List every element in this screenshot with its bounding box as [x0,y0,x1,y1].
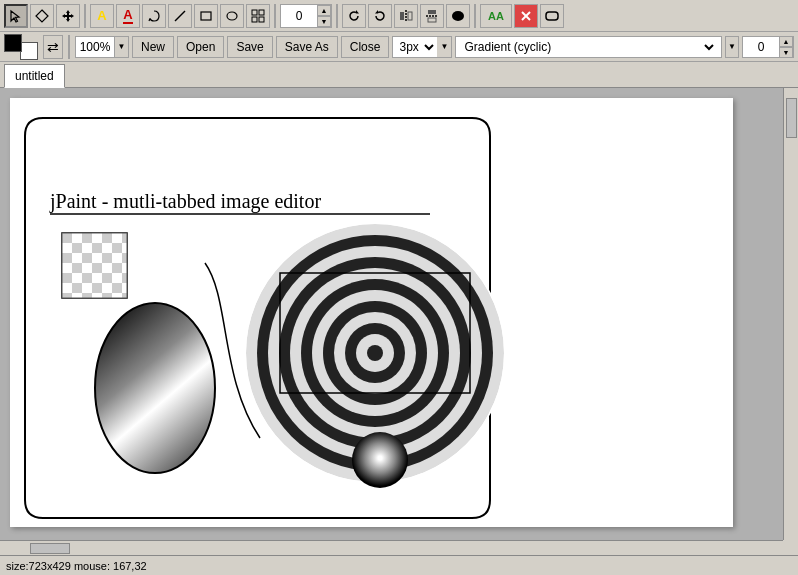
tab-label: untitled [15,69,54,83]
zoom-input[interactable]: 100% [76,37,114,57]
antialiasing-btn[interactable]: AA [480,4,512,28]
sep5 [68,35,70,59]
angle2-up-btn[interactable]: ▲ [779,36,793,47]
save-btn[interactable]: Save [227,36,272,58]
svg-marker-2 [62,10,74,22]
paint-canvas[interactable] [10,98,733,527]
stamp-tool-btn[interactable] [246,4,270,28]
svg-rect-7 [252,10,257,15]
tabs-bar: untitled [0,62,798,88]
svg-rect-8 [259,10,264,15]
swap-colors-btn[interactable]: ⇄ [43,35,63,59]
fg-color-box[interactable] [4,34,22,52]
svg-point-6 [227,12,237,20]
gradient-select[interactable]: Gradient (linear) Gradient (cyclic) Grad… [460,37,717,57]
svg-marker-0 [11,11,19,22]
hscrollbar[interactable] [0,540,783,555]
sep1 [84,4,86,28]
ellipse-tool-btn[interactable] [220,4,244,28]
close-btn[interactable]: Close [341,36,390,58]
rect-tool-btn[interactable] [194,4,218,28]
svg-marker-1 [36,10,48,22]
sep3 [336,4,338,28]
statusbar: size:723x429 mouse: 167,32 [0,555,798,575]
lasso-tool-btn[interactable] [142,4,166,28]
svg-marker-11 [356,10,359,14]
svg-rect-10 [259,17,264,22]
svg-rect-22 [546,12,558,20]
sep4 [474,4,476,28]
status-text: size:723x429 mouse: 167,32 [6,560,147,572]
angle-spinner[interactable]: 0 ▲ ▼ [280,4,332,28]
brush-size-select[interactable]: 1px 2px 3px 4px 5px [393,37,437,57]
move-tool-btn[interactable] [56,4,80,28]
flip-v-btn[interactable] [420,4,444,28]
highlight-tool-btn[interactable]: A [90,4,114,28]
svg-rect-13 [400,12,404,20]
new-btn[interactable]: New [132,36,174,58]
rounded-rect-btn[interactable] [540,4,564,28]
sep2 [274,4,276,28]
gradient-dropdown-btn[interactable]: ▼ [725,36,739,58]
svg-rect-5 [201,12,211,20]
angle2-down-btn[interactable]: ▼ [779,47,793,58]
svg-rect-16 [428,10,436,14]
diamond-tool-btn[interactable] [30,4,54,28]
angle-down-btn[interactable]: ▼ [317,16,331,27]
canvas-wrapper [10,98,733,527]
fill-circle-btn[interactable] [446,4,470,28]
brush-size-container: 1px 2px 3px 4px 5px ▼ [392,36,452,58]
vscroll-thumb[interactable] [786,98,797,138]
svg-marker-12 [375,10,378,14]
zoom-container: 100% ▼ [75,36,129,58]
angle-container2: 0 ▲ ▼ [742,36,794,58]
angle-input[interactable]: 0 [281,5,317,27]
save-as-btn[interactable]: Save As [276,36,338,58]
canvas-area[interactable] [0,88,798,555]
scroll-corner [783,540,798,555]
toolbar-file: ⇄ 100% ▼ New Open Save Save As Close 1px… [0,32,798,62]
angle-input2[interactable]: 0 [743,37,779,57]
svg-rect-9 [252,17,257,22]
flip-h-btn[interactable] [394,4,418,28]
bg-color-box[interactable] [20,42,38,60]
select-tool-btn[interactable] [4,4,28,28]
zoom-dropdown-btn[interactable]: ▼ [114,37,128,57]
svg-point-19 [452,11,464,21]
hscroll-thumb[interactable] [30,543,70,554]
svg-line-3 [149,18,150,21]
gradient-container: Gradient (linear) Gradient (cyclic) Grad… [455,36,722,58]
tab-untitled[interactable]: untitled [4,64,65,88]
rotate-cw-btn[interactable] [342,4,366,28]
line-tool-btn[interactable] [168,4,192,28]
toolbar-tools: A A 0 ▲ ▼ [0,0,798,32]
svg-rect-17 [428,18,436,22]
open-btn[interactable]: Open [177,36,224,58]
svg-rect-14 [408,12,412,20]
text-tool-btn[interactable]: A [116,4,140,28]
rotate-ccw-btn[interactable] [368,4,392,28]
svg-line-4 [175,11,185,21]
angle-up-btn[interactable]: ▲ [317,5,331,16]
clear-btn[interactable] [514,4,538,28]
vscrollbar[interactable] [783,88,798,540]
brush-dropdown-btn[interactable]: ▼ [437,37,451,57]
